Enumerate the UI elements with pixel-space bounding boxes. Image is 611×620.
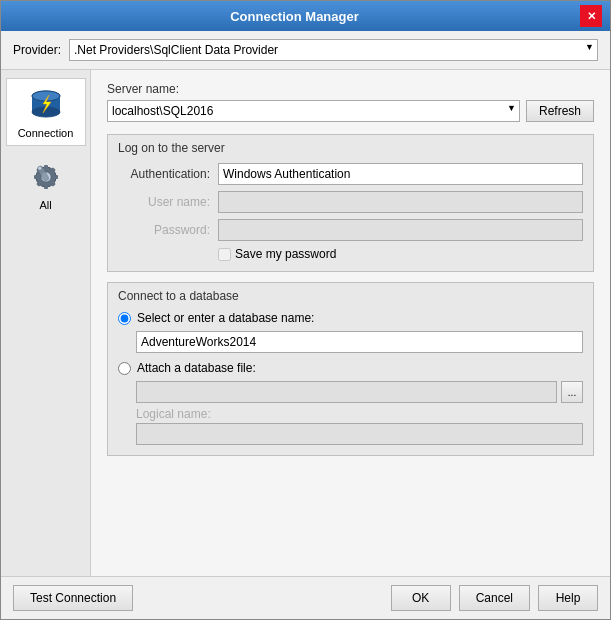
main-content: Connection bbox=[1, 70, 610, 576]
auth-label: Authentication: bbox=[118, 167, 218, 181]
close-button[interactable]: ✕ bbox=[580, 5, 602, 27]
sidebar-item-all-label: All bbox=[39, 199, 51, 211]
provider-bar: Provider: .Net Providers\SqlClient Data … bbox=[1, 31, 610, 70]
logon-section-title: Log on to the server bbox=[118, 141, 583, 155]
refresh-button[interactable]: Refresh bbox=[526, 100, 594, 122]
radio-db-name[interactable] bbox=[118, 312, 131, 325]
radio-attach-row: Attach a database file: bbox=[118, 361, 583, 375]
sidebar-item-all[interactable]: All bbox=[6, 150, 86, 218]
radio-db-name-label: Select or enter a database name: bbox=[137, 311, 314, 325]
svg-rect-9 bbox=[44, 184, 48, 189]
save-password-label: Save my password bbox=[235, 247, 336, 261]
provider-label: Provider: bbox=[13, 43, 61, 57]
logical-name-section: Logical name: bbox=[118, 407, 583, 445]
username-label: User name: bbox=[118, 195, 218, 209]
radio-attach[interactable] bbox=[118, 362, 131, 375]
help-button[interactable]: Help bbox=[538, 585, 598, 611]
sidebar: Connection bbox=[1, 70, 91, 576]
provider-select[interactable]: .Net Providers\SqlClient Data Provider bbox=[69, 39, 598, 61]
svg-point-16 bbox=[37, 166, 41, 170]
auth-value: Windows Authentication bbox=[218, 163, 583, 185]
sidebar-item-connection[interactable]: Connection bbox=[6, 78, 86, 146]
logical-name-input[interactable] bbox=[136, 423, 583, 445]
title-bar-controls: ✕ bbox=[580, 5, 602, 27]
server-input-row: localhost\SQL2016 Refresh bbox=[107, 100, 594, 122]
radio-attach-label: Attach a database file: bbox=[137, 361, 256, 375]
db-name-input[interactable] bbox=[136, 331, 583, 353]
save-password-row: Save my password bbox=[118, 247, 583, 261]
server-name-select[interactable]: localhost\SQL2016 bbox=[107, 100, 520, 122]
footer: Test Connection OK Cancel Help bbox=[1, 576, 610, 619]
attach-input[interactable] bbox=[136, 381, 557, 403]
attach-browse-button[interactable]: ... bbox=[561, 381, 583, 403]
svg-rect-10 bbox=[34, 175, 39, 179]
ok-button[interactable]: OK bbox=[391, 585, 451, 611]
password-row: Password: bbox=[118, 219, 583, 241]
logical-name-label: Logical name: bbox=[136, 407, 583, 421]
window-title: Connection Manager bbox=[9, 9, 580, 24]
password-input[interactable] bbox=[218, 219, 583, 241]
password-label: Password: bbox=[118, 223, 218, 237]
test-connection-button[interactable]: Test Connection bbox=[13, 585, 133, 611]
connection-icon bbox=[26, 85, 66, 125]
cancel-button[interactable]: Cancel bbox=[459, 585, 530, 611]
svg-rect-8 bbox=[44, 165, 48, 170]
sidebar-item-connection-label: Connection bbox=[18, 127, 74, 139]
db-section-title: Connect to a database bbox=[118, 289, 583, 303]
svg-rect-11 bbox=[53, 175, 58, 179]
connection-manager-window: Connection Manager ✕ Provider: .Net Prov… bbox=[0, 0, 611, 620]
save-password-checkbox[interactable] bbox=[218, 248, 231, 261]
footer-right: OK Cancel Help bbox=[391, 585, 598, 611]
radio-db-name-row: Select or enter a database name: bbox=[118, 311, 583, 325]
provider-select-wrapper[interactable]: .Net Providers\SqlClient Data Provider bbox=[69, 39, 598, 61]
server-name-combo-wrapper[interactable]: localhost\SQL2016 bbox=[107, 100, 520, 122]
logon-section: Log on to the server Authentication: Win… bbox=[107, 134, 594, 272]
content-panel: Server name: localhost\SQL2016 Refresh L… bbox=[91, 70, 610, 576]
all-icon bbox=[26, 157, 66, 197]
attach-row: ... bbox=[136, 381, 583, 403]
auth-row: Authentication: Windows Authentication bbox=[118, 163, 583, 185]
title-bar: Connection Manager ✕ bbox=[1, 1, 610, 31]
server-name-section: Server name: localhost\SQL2016 Refresh bbox=[107, 82, 594, 122]
db-name-input-wrapper bbox=[118, 331, 583, 353]
username-input[interactable] bbox=[218, 191, 583, 213]
username-row: User name: bbox=[118, 191, 583, 213]
server-name-label: Server name: bbox=[107, 82, 594, 96]
database-section: Connect to a database Select or enter a … bbox=[107, 282, 594, 456]
